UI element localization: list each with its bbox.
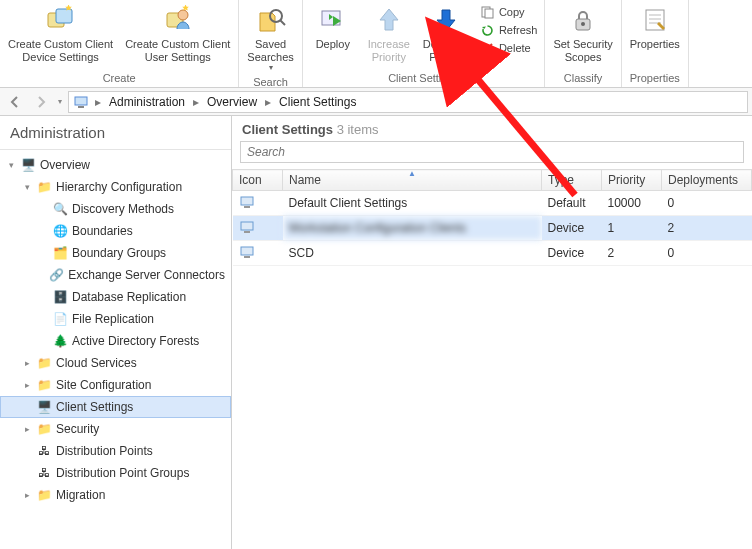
svg-rect-21 xyxy=(241,197,253,205)
delete-button[interactable]: Delete xyxy=(478,40,541,56)
ribbon-group-client-settings-label: Client Settings xyxy=(307,70,541,87)
tree-migration[interactable]: ▸📁Migration xyxy=(0,484,231,506)
chevron-right-icon: ▸ xyxy=(263,95,273,109)
svg-point-4 xyxy=(178,10,188,20)
ribbon-group-client-settings: Deploy IncreasePriority DecreasePriority… xyxy=(303,0,546,87)
create-user-settings-label: Create Custom ClientUser Settings xyxy=(125,38,230,63)
create-device-settings-button[interactable]: Create Custom ClientDevice Settings xyxy=(4,2,117,65)
deploy-label: Deploy xyxy=(316,38,350,51)
sidebar: Administration ▾🖥️Overview ▾📁Hierarchy C… xyxy=(0,116,232,549)
refresh-button[interactable]: Refresh xyxy=(478,22,541,38)
delete-label: Delete xyxy=(499,42,531,54)
tree-exchange-connectors[interactable]: •🔗Exchange Server Connectors xyxy=(0,264,231,286)
folder-icon: 📁 xyxy=(36,421,52,437)
nav-forward-button[interactable] xyxy=(30,92,52,112)
table-row[interactable]: Default Client SettingsDefault100000 xyxy=(233,191,752,216)
cell-type: Default xyxy=(542,191,602,216)
properties-button[interactable]: Properties xyxy=(626,2,684,53)
breadcrumb-item[interactable]: Overview xyxy=(201,93,263,111)
deploy-button[interactable]: Deploy xyxy=(307,2,359,53)
svg-rect-25 xyxy=(241,247,253,255)
file-icon: 📄 xyxy=(52,311,68,327)
arrow-up-icon xyxy=(373,4,405,36)
expand-icon[interactable]: ▸ xyxy=(22,490,32,500)
cell-deployments: 0 xyxy=(662,191,752,216)
svg-rect-24 xyxy=(244,231,250,233)
arrow-down-icon xyxy=(430,4,462,36)
svg-rect-22 xyxy=(244,206,250,208)
workspace-icon xyxy=(73,94,89,110)
user-settings-icon xyxy=(162,4,194,36)
nav-tree: ▾🖥️Overview ▾📁Hierarchy Configuration •🔍… xyxy=(0,150,231,549)
folder-icon: 📁 xyxy=(36,355,52,371)
copy-icon xyxy=(481,5,495,19)
col-priority[interactable]: Priority xyxy=(602,170,662,191)
breadcrumb-item[interactable]: Administration xyxy=(103,93,191,111)
cell-type: Device xyxy=(542,241,602,266)
tree-boundaries[interactable]: •🌐Boundaries xyxy=(0,220,231,242)
tree-ad-forests[interactable]: •🌲Active Directory Forests xyxy=(0,330,231,352)
tree-hierarchy-config[interactable]: ▾📁Hierarchy Configuration xyxy=(0,176,231,198)
saved-searches-button[interactable]: SavedSearches ▾ xyxy=(243,2,297,74)
tree-overview[interactable]: ▾🖥️Overview xyxy=(0,154,231,176)
breadcrumb-bar: ▾ ▸ Administration ▸ Overview ▸ Client S… xyxy=(0,88,752,116)
results-grid: Icon ▲Name Type Priority Deployments Def… xyxy=(232,169,752,549)
ribbon-group-search-label: Search xyxy=(243,74,297,91)
set-security-scopes-button[interactable]: Set SecurityScopes xyxy=(549,2,616,65)
create-user-settings-button[interactable]: Create Custom ClientUser Settings xyxy=(121,2,234,65)
copy-label: Copy xyxy=(499,6,525,18)
tree-client-settings[interactable]: •🖥️Client Settings xyxy=(0,396,231,418)
create-device-settings-label: Create Custom ClientDevice Settings xyxy=(8,38,113,63)
server-group-icon: 🖧 xyxy=(36,465,52,481)
decrease-priority-button[interactable]: DecreasePriority xyxy=(419,2,474,65)
tree-db-replication[interactable]: •🗄️Database Replication xyxy=(0,286,231,308)
sort-asc-icon: ▲ xyxy=(408,169,416,178)
col-icon[interactable]: Icon xyxy=(233,170,283,191)
folder-icon: 📁 xyxy=(36,487,52,503)
increase-priority-label: IncreasePriority xyxy=(368,38,410,63)
breadcrumb-item[interactable]: Client Settings xyxy=(273,93,362,111)
ribbon-group-properties: Properties Properties xyxy=(622,0,689,87)
col-type[interactable]: Type xyxy=(542,170,602,191)
expand-icon[interactable]: ▸ xyxy=(22,424,32,434)
svg-point-14 xyxy=(581,22,585,26)
cell-priority: 1 xyxy=(602,216,662,241)
boundary-icon: 🌐 xyxy=(52,223,68,239)
expand-icon[interactable]: ▸ xyxy=(22,358,32,368)
tree-security[interactable]: ▸📁Security xyxy=(0,418,231,440)
nav-back-button[interactable] xyxy=(4,92,26,112)
expand-icon[interactable]: ▾ xyxy=(22,182,32,192)
increase-priority-button: IncreasePriority xyxy=(363,2,415,65)
col-deployments[interactable]: Deployments xyxy=(662,170,752,191)
expand-icon[interactable]: ▸ xyxy=(22,380,32,390)
cell-deployments: 2 xyxy=(662,216,752,241)
col-name[interactable]: ▲Name xyxy=(283,170,542,191)
tree-cloud-services[interactable]: ▸📁Cloud Services xyxy=(0,352,231,374)
tree-dist-point-groups[interactable]: •🖧Distribution Point Groups xyxy=(0,462,231,484)
table-row[interactable]: Workstation Configuration ClientsDevice1… xyxy=(233,216,752,241)
tree-site-config[interactable]: ▸📁Site Configuration xyxy=(0,374,231,396)
search-input[interactable] xyxy=(240,141,744,163)
table-row[interactable]: SCDDevice20 xyxy=(233,241,752,266)
dropdown-arrow-icon: ▾ xyxy=(269,63,273,72)
ribbon: Create Custom ClientDevice Settings Crea… xyxy=(0,0,752,88)
cell-deployments: 0 xyxy=(662,241,752,266)
refresh-icon xyxy=(481,23,495,37)
tree-dist-points[interactable]: •🖧Distribution Points xyxy=(0,440,231,462)
nav-history-dropdown[interactable]: ▾ xyxy=(56,97,64,106)
boundary-group-icon: 🗂️ xyxy=(52,245,68,261)
tree-boundary-groups[interactable]: •🗂️Boundary Groups xyxy=(0,242,231,264)
breadcrumb: ▸ Administration ▸ Overview ▸ Client Set… xyxy=(68,91,748,113)
deploy-icon xyxy=(317,4,349,36)
copy-button[interactable]: Copy xyxy=(478,4,541,20)
tree-discovery-methods[interactable]: •🔍Discovery Methods xyxy=(0,198,231,220)
content-item-count: 3 items xyxy=(337,122,379,137)
expand-icon[interactable]: ▾ xyxy=(6,160,16,170)
svg-rect-20 xyxy=(78,106,84,108)
cell-priority: 2 xyxy=(602,241,662,266)
discovery-icon: 🔍 xyxy=(52,201,68,217)
tree-file-replication[interactable]: •📄File Replication xyxy=(0,308,231,330)
main-area: Administration ▾🖥️Overview ▾📁Hierarchy C… xyxy=(0,116,752,549)
lock-icon xyxy=(567,4,599,36)
cell-name: Default Client Settings xyxy=(283,191,542,216)
